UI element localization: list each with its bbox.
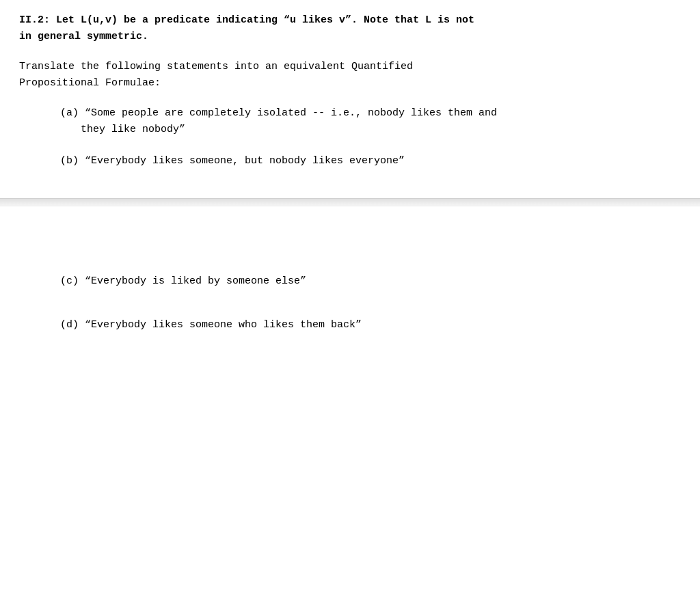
sub-items-top: (a) “Some people are completely isolated… xyxy=(60,105,681,169)
sub-item-b: (b) “Everybody likes someone, but nobody… xyxy=(60,153,681,169)
sub-item-b-label: (b) xyxy=(60,155,85,167)
sub-item-a-text2: they like nobody” xyxy=(60,122,681,138)
sub-item-a-text: “Some people are completely isolated -- … xyxy=(85,107,497,119)
sub-item-d-text: “Everybody likes someone who likes them … xyxy=(85,319,362,331)
sub-item-a-label: (a) xyxy=(60,107,85,119)
bottom-section: (c) “Everybody is liked by someone else”… xyxy=(0,206,700,589)
top-section: II.2: Let L(u,v) be a predicate indicati… xyxy=(0,0,700,198)
sub-item-a: (a) “Some people are completely isolated… xyxy=(60,105,681,138)
sub-item-d-label: (d) xyxy=(60,319,85,331)
sub-item-c: (c) “Everybody is liked by someone else” xyxy=(60,273,681,290)
sub-item-c-label: (c) xyxy=(60,275,85,287)
sub-item-b-text: “Everybody likes someone, but nobody lik… xyxy=(85,155,405,167)
page-divider xyxy=(0,198,700,206)
sub-item-d: (d) “Everybody likes someone who likes t… xyxy=(60,317,681,333)
header-line-2: in general symmetric. xyxy=(19,29,681,45)
problem-header: II.2: Let L(u,v) be a predicate indicati… xyxy=(19,12,681,45)
sub-item-c-text: “Everybody is liked by someone else” xyxy=(85,275,306,287)
header-line-1: II.2: Let L(u,v) be a predicate indicati… xyxy=(19,12,681,29)
intro-line-2: Propositional Formulae: xyxy=(19,75,681,92)
intro-line-1: Translate the following statements into … xyxy=(19,59,681,75)
sub-items-bottom: (c) “Everybody is liked by someone else”… xyxy=(60,273,681,333)
problem-intro: Translate the following statements into … xyxy=(19,59,681,92)
page-container: II.2: Let L(u,v) be a predicate indicati… xyxy=(0,0,700,589)
